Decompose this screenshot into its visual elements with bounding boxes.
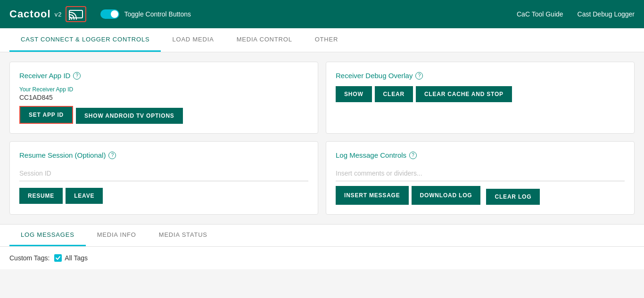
app-id-buttons-row: SET APP ID SHOW ANDROID TV OPTIONS bbox=[19, 106, 308, 124]
svg-point-1 bbox=[69, 18, 70, 20]
toggle-switch[interactable] bbox=[100, 9, 119, 19]
tab-other[interactable]: OTHER bbox=[304, 28, 350, 52]
tab-media-control[interactable]: MEDIA CONTROL bbox=[225, 28, 304, 52]
app-id-value: CC1AD845 bbox=[19, 94, 308, 101]
header: Cactool v2 Toggle Control Buttons CaC To… bbox=[0, 0, 644, 28]
cast-icon-box[interactable] bbox=[66, 6, 86, 22]
leave-button[interactable]: LEAVE bbox=[66, 188, 103, 204]
session-buttons-row: RESUME LEAVE bbox=[19, 188, 308, 204]
all-tags-checkbox[interactable] bbox=[54, 254, 62, 262]
top-cards-row: Receiver App ID ? Your Receiver App ID C… bbox=[9, 62, 635, 134]
show-android-tv-button[interactable]: SHOW ANDROID TV OPTIONS bbox=[76, 108, 183, 124]
receiver-app-id-title: Receiver App ID ? bbox=[19, 72, 308, 80]
resume-session-title: Resume Session (Optional) ? bbox=[19, 151, 308, 159]
nav-cac-tool-guide[interactable]: CaC Tool Guide bbox=[517, 10, 563, 18]
all-tags-checkbox-container[interactable]: All Tags bbox=[54, 254, 88, 262]
receiver-app-id-card: Receiver App ID ? Your Receiver App ID C… bbox=[9, 62, 318, 134]
clear-debug-button[interactable]: CLEAR bbox=[375, 86, 413, 102]
show-debug-button[interactable]: SHOW bbox=[336, 86, 372, 102]
main-content: Receiver App ID ? Your Receiver App ID C… bbox=[0, 52, 644, 224]
checkmark-icon bbox=[55, 255, 61, 261]
tab-log-messages[interactable]: LOG MESSAGES bbox=[9, 225, 86, 246]
log-buttons-row: INSERT MESSAGE DOWNLOAD LOG CLEAR LOG bbox=[336, 186, 625, 205]
bottom-cards-row: Resume Session (Optional) ? RESUME LEAVE… bbox=[9, 141, 635, 215]
top-tabs-bar: CAST CONNECT & LOGGER CONTROLS LOAD MEDI… bbox=[0, 28, 644, 52]
toggle-area: Toggle Control Buttons bbox=[100, 9, 191, 19]
tab-media-info[interactable]: MEDIA INFO bbox=[86, 225, 148, 246]
resume-session-card: Resume Session (Optional) ? RESUME LEAVE bbox=[9, 141, 318, 215]
tab-cast-connect[interactable]: CAST CONNECT & LOGGER CONTROLS bbox=[9, 28, 161, 52]
tab-media-status[interactable]: MEDIA STATUS bbox=[148, 225, 219, 246]
download-log-button[interactable]: DOWNLOAD LOG bbox=[412, 186, 481, 205]
header-nav: CaC Tool Guide Cast Debug Logger bbox=[517, 10, 635, 18]
bottom-tabs-bar: LOG MESSAGES MEDIA INFO MEDIA STATUS bbox=[0, 224, 644, 247]
receiver-debug-card: Receiver Debug Overlay ? SHOW CLEAR CLEA… bbox=[326, 62, 635, 134]
insert-message-button[interactable]: INSERT MESSAGE bbox=[336, 186, 409, 205]
toggle-label: Toggle Control Buttons bbox=[124, 10, 191, 18]
custom-tags-label: Custom Tags: bbox=[9, 254, 50, 262]
cast-icon bbox=[69, 8, 83, 20]
clear-cache-stop-button[interactable]: CLEAR CACHE AND STOP bbox=[416, 86, 512, 102]
resume-button[interactable]: RESUME bbox=[19, 188, 63, 204]
custom-tags-area: Custom Tags: All Tags bbox=[0, 247, 644, 269]
receiver-debug-title: Receiver Debug Overlay ? bbox=[336, 72, 625, 80]
log-message-title: Log Message Controls ? bbox=[336, 151, 625, 159]
logo-text: Cactool bbox=[9, 8, 51, 20]
logo: Cactool v2 bbox=[9, 6, 86, 22]
clear-log-button[interactable]: CLEAR LOG bbox=[486, 189, 540, 205]
set-app-id-button[interactable]: SET APP ID bbox=[19, 106, 73, 124]
all-tags-label: All Tags bbox=[65, 254, 88, 262]
debug-buttons-row: SHOW CLEAR CLEAR CACHE AND STOP bbox=[336, 86, 625, 102]
tab-load-media[interactable]: LOAD MEDIA bbox=[161, 28, 225, 52]
resume-session-help-icon[interactable]: ? bbox=[108, 152, 116, 159]
app-id-input-label: Your Receiver App ID bbox=[19, 86, 308, 93]
receiver-app-id-help-icon[interactable]: ? bbox=[73, 72, 81, 80]
log-comment-input[interactable] bbox=[336, 166, 625, 181]
nav-cast-debug-logger[interactable]: Cast Debug Logger bbox=[578, 10, 635, 18]
receiver-debug-help-icon[interactable]: ? bbox=[415, 72, 423, 80]
log-message-controls-card: Log Message Controls ? INSERT MESSAGE DO… bbox=[326, 141, 635, 215]
log-message-help-icon[interactable]: ? bbox=[409, 152, 417, 159]
logo-version: v2 bbox=[55, 11, 62, 18]
session-id-input[interactable] bbox=[19, 166, 308, 181]
